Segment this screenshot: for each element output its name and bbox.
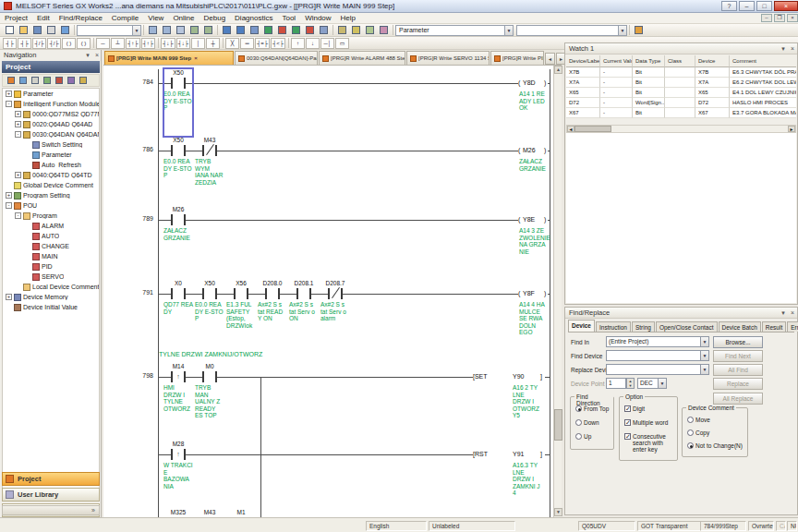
- verify-with-plc-icon[interactable]: [248, 24, 261, 36]
- watch-start-icon[interactable]: [289, 24, 303, 36]
- ladder-symbol-3-icon[interactable]: ┤/├: [47, 38, 61, 49]
- scrollbar-thumb[interactable]: [554, 409, 562, 441]
- find-direction-from-top[interactable]: From Top: [575, 405, 609, 412]
- editor-tab-4[interactable]: [PRG]R Write PID 736: [490, 51, 544, 65]
- replace-button[interactable]: Replace: [713, 378, 763, 390]
- tree-item-pid[interactable]: PID: [3, 261, 99, 272]
- ladder-symbol-20-icon[interactable]: ─│: [320, 38, 334, 49]
- ladder-symbol-15-icon[interactable]: ═: [240, 38, 254, 49]
- ladder-symbol-10-icon[interactable]: ┤↓├: [161, 38, 175, 49]
- tab-scroll-left-icon[interactable]: ◄: [545, 53, 555, 65]
- find-tab-result[interactable]: Result: [762, 321, 786, 332]
- nav-tool-5-icon[interactable]: [65, 75, 77, 86]
- find-tab-instruction[interactable]: Instruction: [596, 321, 631, 332]
- close-icon[interactable]: ×: [788, 308, 797, 318]
- menu-debug[interactable]: Debug: [200, 13, 231, 24]
- tree-item-parameter[interactable]: Parameter: [3, 150, 99, 160]
- close-icon[interactable]: ×: [774, 1, 798, 11]
- editor-vertical-scrollbar[interactable]: ▲ ▼: [553, 66, 562, 517]
- ladder-symbol-4-icon[interactable]: ( ): [62, 38, 76, 49]
- nav-tool-6-icon[interactable]: [77, 75, 89, 86]
- monitor-start-icon[interactable]: [261, 24, 275, 36]
- tree-item-device-initial-value[interactable]: Device Initial Value: [3, 302, 99, 312]
- tree-item-servo[interactable]: SERVO: [3, 272, 99, 282]
- collapse-icon[interactable]: -: [6, 101, 12, 107]
- watch-stop-icon[interactable]: [303, 24, 317, 36]
- read-from-plc-icon[interactable]: [234, 24, 248, 36]
- device-comment-copy[interactable]: Copy: [687, 429, 709, 436]
- watch-row[interactable]: X67-BitX67E3.7 GORA BLOKADA MATRYC: [566, 108, 796, 118]
- help-drop-icon[interactable]: [58, 24, 72, 36]
- option-consecutive-search-with-enter-key[interactable]: ✓Consecutive search with enter key: [624, 433, 677, 453]
- expand-icon[interactable]: +: [6, 192, 12, 199]
- ladder-symbol-8-icon[interactable]: ┤↑├: [126, 38, 140, 49]
- help-button[interactable]: ?: [721, 1, 737, 11]
- watch-row[interactable]: X65-BitX65E4.1 DOL LEWY CZUJNIK OBEC: [566, 88, 796, 98]
- ladder-symbol-21-icon[interactable]: ▭: [335, 38, 349, 49]
- device-display-icon[interactable]: [632, 24, 646, 36]
- ladder-symbol-1-icon[interactable]: ┤├: [18, 38, 31, 49]
- cut-icon[interactable]: [146, 24, 160, 36]
- scroll-down-icon[interactable]: ▼: [554, 508, 562, 516]
- chevron-down-icon[interactable]: ▼: [618, 26, 626, 35]
- all-find-button[interactable]: All Find: [713, 364, 763, 376]
- collapse-icon[interactable]: -: [6, 202, 12, 209]
- find-direction-up[interactable]: Up: [575, 433, 591, 440]
- ladder-symbol-12-icon[interactable]: │: [191, 38, 205, 49]
- ladder-canvas[interactable]: 784X50E0.0 REA DY E-STO P(Y8D)A14 1 RE A…: [103, 66, 553, 517]
- menu-edit[interactable]: Edit: [32, 13, 54, 24]
- menu-tool[interactable]: Tool: [277, 13, 300, 24]
- tree-item-program[interactable]: -Program: [3, 211, 99, 221]
- close-icon[interactable]: ×: [194, 55, 198, 61]
- device-point-input[interactable]: 1: [606, 378, 626, 389]
- nav-tool-2-icon[interactable]: [29, 75, 41, 86]
- scroll-right-icon[interactable]: ►: [788, 126, 795, 132]
- find-tab-device-batch[interactable]: Device Batch: [719, 321, 761, 332]
- undo-icon[interactable]: [187, 24, 201, 36]
- minimize-icon[interactable]: –: [739, 1, 755, 11]
- zoom-icon[interactable]: [335, 24, 349, 36]
- find-tab-string[interactable]: String: [632, 321, 655, 332]
- panel-button-user-library[interactable]: User Library: [2, 488, 100, 502]
- tree-item-0000-qd77ms2-qd77ms2[interactable]: +0000:QD77MS2 QD77MS2: [3, 109, 99, 119]
- watch-row[interactable]: X7B-BitX7BE6.3 CHWYTAK DÓL PRAWY W: [566, 67, 796, 78]
- secondary-select[interactable]: ▼: [516, 25, 627, 36]
- nav-tool-4-icon[interactable]: [53, 75, 65, 86]
- new-icon[interactable]: [3, 24, 17, 36]
- save-icon[interactable]: [30, 24, 44, 36]
- collapse-icon[interactable]: -: [15, 131, 21, 138]
- mdi-restore-icon[interactable]: ❐: [774, 14, 785, 22]
- redo-icon[interactable]: [201, 24, 215, 36]
- nav-tool-1-icon[interactable]: [17, 75, 29, 86]
- tree-item-local-device-comment[interactable]: Local Device Comment: [3, 282, 99, 292]
- option-digit[interactable]: ✓Digit: [624, 405, 645, 412]
- tree-item-switch-setting[interactable]: Switch Setting: [3, 139, 99, 150]
- find-tab-device[interactable]: Device: [568, 320, 595, 332]
- replace-device-input[interactable]: ▼: [606, 364, 709, 375]
- menu-diagnostics[interactable]: Diagnostics: [230, 13, 277, 24]
- find-device-input[interactable]: ▼: [606, 350, 709, 361]
- device-comment-not-to-change-n-[interactable]: Not to Change(N): [687, 442, 743, 449]
- menu-view[interactable]: View: [143, 13, 168, 24]
- tree-item-device-memory[interactable]: +Device Memory: [3, 292, 99, 302]
- ladder-symbol-17-icon[interactable]: ┤<├: [271, 38, 285, 49]
- note-display-icon[interactable]: [377, 24, 391, 36]
- chevron-down-icon[interactable]: ▼: [504, 26, 513, 35]
- tree-item-parameter[interactable]: +Parameter: [3, 89, 99, 99]
- expand-icon[interactable]: +: [6, 91, 12, 97]
- pin-icon[interactable]: ▾: [83, 50, 92, 61]
- tree-item-auto-refresh[interactable]: Auto_Refresh: [3, 160, 99, 170]
- tree-item-auto[interactable]: AUTO: [3, 231, 99, 241]
- quick-find-select[interactable]: ▼: [77, 25, 141, 36]
- editor-tab-0[interactable]: [PRG]R Write MAIN 999 Step×: [104, 51, 234, 65]
- expand-icon[interactable]: +: [15, 121, 21, 127]
- monitor-stop-icon[interactable]: [275, 24, 289, 36]
- find-tab-error-log[interactable]: Error Log: [787, 321, 798, 332]
- ladder-symbol-13-icon[interactable]: ┼: [206, 38, 220, 49]
- editor-tab-1[interactable]: 0030:Q64DAN[Q64DAN]-Parame...: [235, 51, 318, 65]
- chevron-down-icon[interactable]: ▼: [700, 365, 708, 374]
- scrollbar-thumb[interactable]: [574, 126, 611, 132]
- mdi-minimize-icon[interactable]: –: [761, 14, 772, 22]
- ladder-symbol-6-icon[interactable]: ─: [96, 38, 110, 49]
- tree-item-0020-q64ad-q64ad[interactable]: +0020:Q64AD Q64AD: [3, 119, 99, 129]
